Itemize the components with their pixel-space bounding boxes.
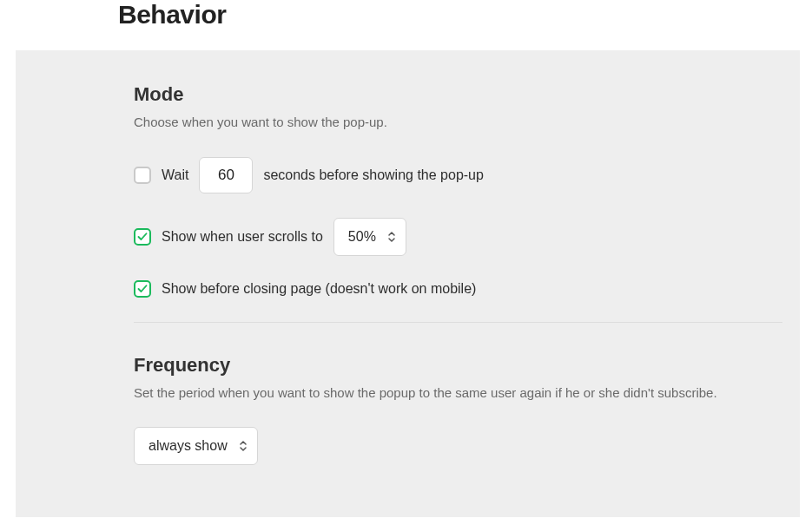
exit-checkbox[interactable] (134, 280, 151, 298)
scroll-option-row: Show when user scrolls to 50% (134, 218, 800, 256)
check-icon (137, 232, 148, 242)
wait-label-before: Wait (162, 167, 188, 183)
page-title: Behavior (118, 0, 812, 30)
scroll-checkbox[interactable] (134, 228, 151, 246)
wait-checkbox[interactable] (134, 167, 151, 184)
frequency-heading: Frequency (134, 354, 800, 377)
wait-label-after: seconds before showing the pop-up (263, 167, 484, 183)
scroll-percent-select[interactable]: 50% (333, 218, 406, 256)
exit-label: Show before closing page (doesn't work o… (162, 281, 476, 297)
mode-description: Choose when you want to show the pop-up. (134, 113, 800, 133)
frequency-section: Frequency Set the period when you want t… (134, 354, 800, 466)
mode-section: Mode Choose when you want to show the po… (134, 83, 800, 298)
behavior-panel: Mode Choose when you want to show the po… (16, 50, 800, 517)
scroll-percent-select-wrap: 50% (333, 218, 406, 256)
scroll-label: Show when user scrolls to (162, 229, 323, 245)
frequency-select[interactable]: always show (134, 427, 258, 465)
mode-heading: Mode (134, 83, 800, 106)
wait-seconds-input[interactable] (199, 157, 253, 193)
exit-option-row: Show before closing page (doesn't work o… (134, 280, 800, 298)
frequency-description: Set the period when you want to show the… (134, 384, 800, 403)
check-icon (137, 284, 148, 294)
wait-option-row: Wait seconds before showing the pop-up (134, 157, 800, 193)
frequency-select-wrap: always show (134, 427, 258, 465)
section-divider (134, 322, 782, 323)
